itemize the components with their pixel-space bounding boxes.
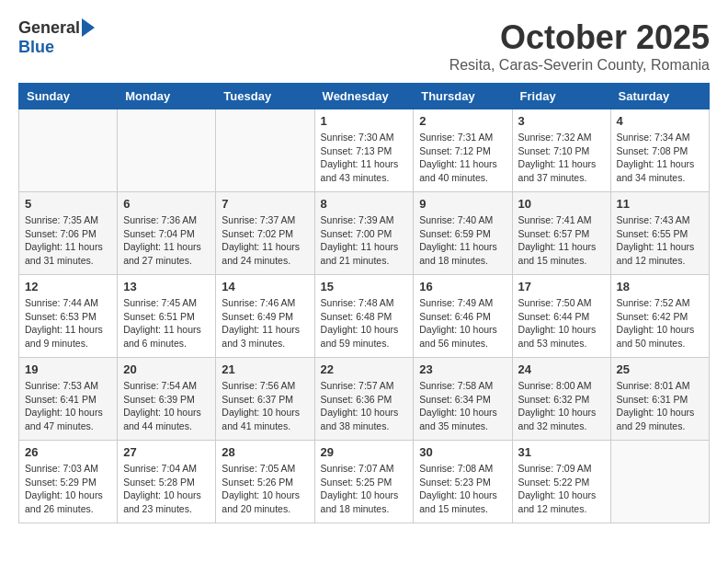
calendar-week-row: 1Sunrise: 7:30 AM Sunset: 7:13 PM Daylig…	[19, 109, 710, 192]
calendar-day-cell: 1Sunrise: 7:30 AM Sunset: 7:13 PM Daylig…	[314, 109, 414, 192]
day-number: 7	[222, 197, 308, 211]
calendar-day-cell: 9Sunrise: 7:40 AM Sunset: 6:59 PM Daylig…	[414, 192, 512, 275]
calendar-day-cell: 13Sunrise: 7:45 AM Sunset: 6:51 PM Dayli…	[118, 275, 216, 358]
calendar-day-cell: 27Sunrise: 7:04 AM Sunset: 5:28 PM Dayli…	[118, 441, 216, 523]
day-number: 4	[617, 114, 703, 128]
logo: General Blue	[18, 18, 95, 57]
day-number: 23	[419, 362, 506, 376]
calendar-day-cell: 6Sunrise: 7:36 AM Sunset: 7:04 PM Daylig…	[118, 192, 216, 275]
calendar-day-cell: 21Sunrise: 7:56 AM Sunset: 6:37 PM Dayli…	[216, 358, 314, 441]
calendar-day-cell: 2Sunrise: 7:31 AM Sunset: 7:12 PM Daylig…	[414, 109, 512, 192]
day-number: 14	[222, 280, 308, 293]
calendar-day-cell: 14Sunrise: 7:46 AM Sunset: 6:49 PM Dayli…	[216, 275, 314, 358]
calendar-day-cell: 4Sunrise: 7:34 AM Sunset: 7:08 PM Daylig…	[610, 109, 709, 192]
day-number: 5	[25, 197, 111, 211]
day-number: 21	[222, 362, 308, 376]
day-info: Sunrise: 7:34 AM Sunset: 7:08 PM Dayligh…	[617, 131, 703, 185]
calendar-day-cell: 28Sunrise: 7:05 AM Sunset: 5:26 PM Dayli…	[216, 441, 314, 523]
calendar-day-cell: 26Sunrise: 7:03 AM Sunset: 5:29 PM Dayli…	[19, 441, 118, 523]
page-header: General Blue October 2025 Resita, Caras-…	[18, 18, 710, 74]
calendar-day-cell: 7Sunrise: 7:37 AM Sunset: 7:02 PM Daylig…	[216, 192, 314, 275]
day-info: Sunrise: 7:07 AM Sunset: 5:25 PM Dayligh…	[321, 462, 408, 516]
calendar-day-cell: 16Sunrise: 7:49 AM Sunset: 6:46 PM Dayli…	[414, 275, 512, 358]
day-info: Sunrise: 7:53 AM Sunset: 6:41 PM Dayligh…	[25, 379, 111, 433]
day-info: Sunrise: 7:57 AM Sunset: 6:36 PM Dayligh…	[321, 379, 408, 433]
day-number: 16	[419, 280, 506, 293]
day-info: Sunrise: 7:08 AM Sunset: 5:23 PM Dayligh…	[419, 462, 506, 516]
day-number: 12	[25, 280, 111, 293]
day-info: Sunrise: 8:00 AM Sunset: 6:32 PM Dayligh…	[518, 379, 605, 433]
day-info: Sunrise: 7:58 AM Sunset: 6:34 PM Dayligh…	[419, 379, 506, 433]
day-number: 11	[617, 197, 703, 211]
calendar-day-cell: 23Sunrise: 7:58 AM Sunset: 6:34 PM Dayli…	[414, 358, 512, 441]
day-info: Sunrise: 7:30 AM Sunset: 7:13 PM Dayligh…	[321, 131, 408, 185]
title-section: October 2025 Resita, Caras-Severin Count…	[449, 18, 710, 74]
day-number: 3	[518, 114, 605, 128]
day-number: 22	[321, 362, 408, 376]
weekday-header-thursday: Thursday	[414, 84, 512, 109]
calendar-day-cell	[118, 109, 216, 192]
location-subtitle: Resita, Caras-Severin County, Romania	[449, 57, 710, 74]
weekday-header-row: SundayMondayTuesdayWednesdayThursdayFrid…	[19, 84, 710, 109]
day-info: Sunrise: 7:32 AM Sunset: 7:10 PM Dayligh…	[518, 131, 605, 185]
calendar-day-cell: 29Sunrise: 7:07 AM Sunset: 5:25 PM Dayli…	[314, 441, 414, 523]
calendar-day-cell: 19Sunrise: 7:53 AM Sunset: 6:41 PM Dayli…	[19, 358, 118, 441]
calendar-day-cell: 24Sunrise: 8:00 AM Sunset: 6:32 PM Dayli…	[512, 358, 610, 441]
day-number: 18	[617, 280, 703, 293]
day-info: Sunrise: 7:31 AM Sunset: 7:12 PM Dayligh…	[419, 131, 506, 185]
logo-general-text: General	[18, 18, 80, 38]
calendar-week-row: 12Sunrise: 7:44 AM Sunset: 6:53 PM Dayli…	[19, 275, 710, 358]
day-number: 17	[518, 280, 605, 293]
day-info: Sunrise: 7:39 AM Sunset: 7:00 PM Dayligh…	[321, 213, 408, 268]
calendar-day-cell: 25Sunrise: 8:01 AM Sunset: 6:31 PM Dayli…	[610, 358, 709, 441]
day-info: Sunrise: 7:50 AM Sunset: 6:44 PM Dayligh…	[518, 296, 605, 350]
day-info: Sunrise: 7:49 AM Sunset: 6:46 PM Dayligh…	[419, 296, 506, 350]
day-number: 28	[222, 445, 308, 459]
month-title: October 2025	[449, 18, 710, 57]
day-info: Sunrise: 7:46 AM Sunset: 6:49 PM Dayligh…	[222, 296, 308, 350]
day-info: Sunrise: 7:37 AM Sunset: 7:02 PM Dayligh…	[222, 213, 308, 268]
day-number: 25	[617, 362, 703, 376]
day-number: 26	[25, 445, 111, 459]
day-number: 1	[321, 114, 408, 128]
calendar-day-cell: 22Sunrise: 7:57 AM Sunset: 6:36 PM Dayli…	[314, 358, 414, 441]
day-number: 30	[419, 445, 506, 459]
calendar-day-cell: 30Sunrise: 7:08 AM Sunset: 5:23 PM Dayli…	[414, 441, 512, 523]
weekday-header-tuesday: Tuesday	[216, 84, 314, 109]
weekday-header-sunday: Sunday	[19, 84, 118, 109]
weekday-header-wednesday: Wednesday	[314, 84, 414, 109]
day-number: 27	[123, 445, 210, 459]
calendar-day-cell	[216, 109, 314, 192]
day-info: Sunrise: 7:43 AM Sunset: 6:55 PM Dayligh…	[617, 213, 703, 268]
day-info: Sunrise: 7:09 AM Sunset: 5:22 PM Dayligh…	[518, 462, 605, 516]
day-number: 13	[123, 280, 210, 293]
logo-arrow-icon	[82, 18, 95, 37]
day-info: Sunrise: 7:41 AM Sunset: 6:57 PM Dayligh…	[518, 213, 605, 268]
day-info: Sunrise: 7:45 AM Sunset: 6:51 PM Dayligh…	[123, 296, 210, 350]
day-info: Sunrise: 7:40 AM Sunset: 6:59 PM Dayligh…	[419, 213, 506, 268]
day-info: Sunrise: 7:04 AM Sunset: 5:28 PM Dayligh…	[123, 462, 210, 516]
day-number: 31	[518, 445, 605, 459]
calendar-table: SundayMondayTuesdayWednesdayThursdayFrid…	[18, 83, 710, 523]
day-info: Sunrise: 7:36 AM Sunset: 7:04 PM Dayligh…	[123, 213, 210, 268]
calendar-day-cell: 12Sunrise: 7:44 AM Sunset: 6:53 PM Dayli…	[19, 275, 118, 358]
calendar-week-row: 26Sunrise: 7:03 AM Sunset: 5:29 PM Dayli…	[19, 441, 710, 523]
day-info: Sunrise: 7:54 AM Sunset: 6:39 PM Dayligh…	[123, 379, 210, 433]
day-info: Sunrise: 7:48 AM Sunset: 6:48 PM Dayligh…	[321, 296, 408, 350]
day-number: 24	[518, 362, 605, 376]
day-number: 10	[518, 197, 605, 211]
day-info: Sunrise: 7:56 AM Sunset: 6:37 PM Dayligh…	[222, 379, 308, 433]
day-number: 8	[321, 197, 408, 211]
calendar-day-cell	[19, 109, 118, 192]
calendar-day-cell: 5Sunrise: 7:35 AM Sunset: 7:06 PM Daylig…	[19, 192, 118, 275]
calendar-day-cell: 18Sunrise: 7:52 AM Sunset: 6:42 PM Dayli…	[610, 275, 709, 358]
day-number: 19	[25, 362, 111, 376]
weekday-header-friday: Friday	[512, 84, 610, 109]
day-info: Sunrise: 7:44 AM Sunset: 6:53 PM Dayligh…	[25, 296, 111, 350]
day-number: 9	[419, 197, 506, 211]
calendar-day-cell: 3Sunrise: 7:32 AM Sunset: 7:10 PM Daylig…	[512, 109, 610, 192]
calendar-week-row: 5Sunrise: 7:35 AM Sunset: 7:06 PM Daylig…	[19, 192, 710, 275]
day-number: 20	[123, 362, 210, 376]
day-number: 15	[321, 280, 408, 293]
day-info: Sunrise: 7:03 AM Sunset: 5:29 PM Dayligh…	[25, 462, 111, 516]
